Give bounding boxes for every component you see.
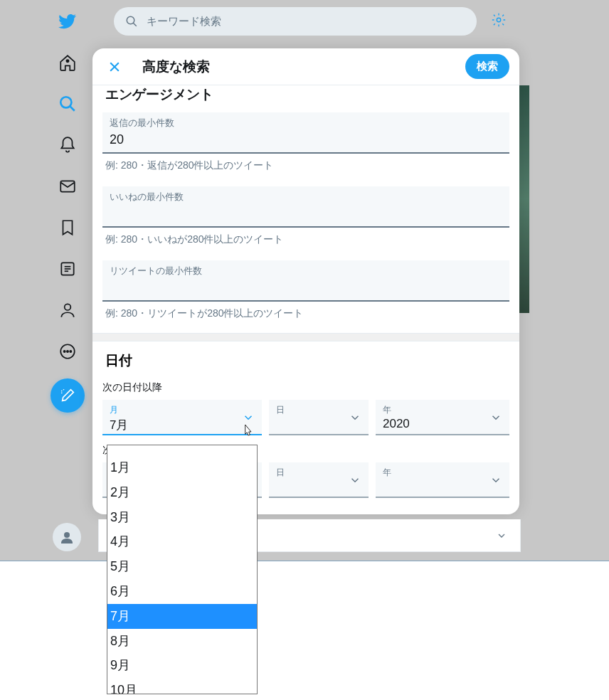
from-day-select[interactable]: 日 xyxy=(269,400,369,435)
search-settings-icon[interactable] xyxy=(491,12,507,31)
svg-line-2 xyxy=(70,106,75,111)
engagement-section-title: エンゲージメント xyxy=(102,85,509,111)
month-option[interactable]: 9月 xyxy=(107,653,257,678)
from-year-select[interactable]: 年 2020 xyxy=(376,400,509,435)
cursor-pointer-icon xyxy=(240,423,255,443)
date-from-row: 月 7月 日 年 2020 xyxy=(102,400,509,435)
svg-point-1 xyxy=(60,97,71,107)
date-from-label: 次の日付以降 xyxy=(102,377,509,400)
min-likes-field[interactable]: いいねの最小件数 xyxy=(102,186,509,228)
month-option[interactable] xyxy=(107,445,257,455)
to-day-select[interactable]: 日 xyxy=(269,462,369,498)
from-month-select[interactable]: 月 7月 xyxy=(102,400,262,435)
messages-icon[interactable] xyxy=(53,172,82,201)
chevron-down-icon xyxy=(489,411,502,427)
to-year-value xyxy=(383,479,502,479)
month-option[interactable]: 8月 xyxy=(107,629,257,654)
date-section-title: 日付 xyxy=(102,341,509,377)
svg-point-14 xyxy=(127,16,134,24)
min-likes-input[interactable] xyxy=(110,203,502,222)
more-icon[interactable] xyxy=(53,337,82,366)
search-placeholder: キーワード検索 xyxy=(147,15,221,28)
twitter-logo-icon[interactable] xyxy=(53,7,82,36)
month-dropdown[interactable]: 1月2月3月4月5月6月7月8月9月10月11月12月 xyxy=(107,445,258,694)
from-year-value: 2020 xyxy=(383,416,502,431)
from-year-label: 年 xyxy=(383,404,502,416)
svg-line-15 xyxy=(133,23,137,26)
month-option[interactable]: 5月 xyxy=(107,554,257,579)
svg-point-0 xyxy=(66,60,68,62)
chevron-down-icon xyxy=(489,474,502,489)
min-retweets-example: 例: 280・リツイートが280件以上のツイート xyxy=(102,302,509,333)
section-divider xyxy=(92,333,519,341)
chevron-down-icon xyxy=(496,530,507,541)
search-submit-button[interactable]: 検索 xyxy=(465,54,509,79)
modal-title: 高度な検索 xyxy=(142,58,210,76)
profile-icon[interactable] xyxy=(53,296,82,324)
month-option[interactable]: 2月 xyxy=(107,480,257,505)
min-retweets-label: リツイートの最小件数 xyxy=(110,265,502,277)
svg-point-13 xyxy=(64,532,70,538)
modal-header: 高度な検索 検索 xyxy=(92,48,519,85)
svg-point-16 xyxy=(497,18,501,22)
from-month-label: 月 xyxy=(110,404,255,416)
compose-tweet-button[interactable] xyxy=(51,378,85,413)
min-replies-label: 返信の最小件数 xyxy=(110,117,502,129)
min-replies-example: 例: 280・返信が280件以上のツイート xyxy=(102,154,509,185)
home-icon[interactable] xyxy=(53,48,82,77)
bookmarks-icon[interactable] xyxy=(53,213,82,242)
lists-icon[interactable] xyxy=(53,255,82,283)
from-month-value: 7月 xyxy=(110,416,255,433)
month-option[interactable]: 3月 xyxy=(107,505,257,530)
account-avatar[interactable] xyxy=(53,523,81,551)
month-option[interactable]: 4月 xyxy=(107,529,257,554)
chevron-down-icon xyxy=(349,411,361,427)
min-retweets-field[interactable]: リツイートの最小件数 xyxy=(102,260,509,302)
top-bar: キーワード検索 xyxy=(114,7,507,36)
month-option[interactable]: 1月 xyxy=(107,455,257,480)
svg-point-8 xyxy=(65,304,71,310)
notifications-icon[interactable] xyxy=(53,131,82,159)
svg-point-12 xyxy=(70,351,71,352)
to-year-label: 年 xyxy=(383,467,502,479)
close-icon[interactable] xyxy=(102,55,127,79)
min-retweets-input[interactable] xyxy=(110,277,502,296)
svg-rect-3 xyxy=(60,181,75,191)
to-year-select[interactable]: 年 xyxy=(376,462,509,498)
min-replies-input[interactable] xyxy=(110,129,502,148)
chevron-down-icon xyxy=(349,474,361,489)
global-search-input[interactable]: キーワード検索 xyxy=(114,7,477,36)
svg-point-11 xyxy=(67,351,68,352)
month-option[interactable]: 7月 xyxy=(107,604,257,629)
min-likes-label: いいねの最小件数 xyxy=(110,191,502,203)
min-likes-example: 例: 280・いいねが280件以上のツイート xyxy=(102,228,509,259)
left-nav xyxy=(43,0,92,413)
search-icon[interactable] xyxy=(53,90,82,118)
min-replies-field[interactable]: 返信の最小件数 xyxy=(102,112,509,154)
svg-point-10 xyxy=(64,351,65,352)
month-option[interactable]: 10月 xyxy=(107,678,257,694)
month-option[interactable]: 6月 xyxy=(107,579,257,604)
